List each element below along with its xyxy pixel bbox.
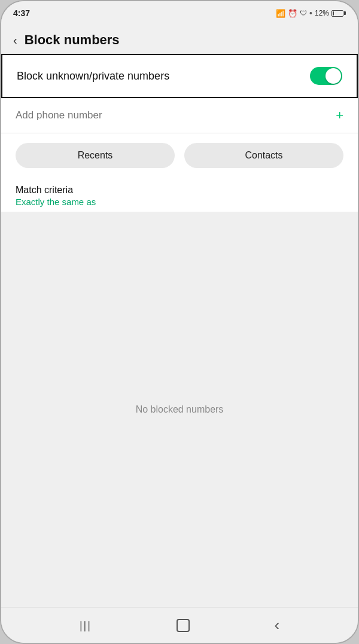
filter-buttons: Recents Contacts — [1, 133, 358, 178]
block-unknown-toggle[interactable] — [310, 67, 342, 85]
phone-number-input[interactable] — [16, 109, 336, 121]
status-icons: 📶 ⏰ 🛡 • 12% — [276, 8, 346, 18]
page-title: Block numbers — [25, 32, 120, 48]
battery-text: 12% — [315, 9, 329, 17]
block-unknown-section[interactable]: Block unknown/private numbers — [1, 54, 358, 98]
status-bar: 4:37 📶 ⏰ 🛡 • 12% — [1, 1, 358, 23]
recents-button[interactable]: Recents — [16, 143, 175, 168]
battery-icon — [331, 10, 346, 17]
home-nav-icon[interactable] — [177, 619, 190, 632]
alarm-icon: ⏰ — [288, 9, 297, 18]
toggle-knob — [325, 68, 341, 84]
back-button[interactable]: ‹ — [13, 33, 17, 47]
shield-icon: 🛡 — [300, 9, 307, 17]
main-content: + Recents Contacts Match criteria Exactl… — [1, 98, 358, 607]
back-nav-icon[interactable] — [274, 616, 279, 634]
bottom-nav — [1, 607, 358, 643]
match-criteria-title: Match criteria — [16, 185, 343, 196]
header: ‹ Block numbers — [1, 23, 358, 54]
wifi-icon: 📶 — [276, 9, 285, 18]
add-plus-button[interactable]: + — [336, 108, 343, 123]
add-phone-row: + — [1, 98, 358, 133]
empty-area: No blocked numbers — [1, 212, 358, 607]
status-time: 4:37 — [13, 8, 30, 18]
block-unknown-label: Block unknown/private numbers — [17, 70, 310, 83]
match-criteria-value: Exactly the same as — [16, 197, 343, 207]
contacts-button[interactable]: Contacts — [184, 143, 343, 168]
phone-frame: 4:37 📶 ⏰ 🛡 • 12% ‹ Block numbers Block u… — [0, 0, 359, 644]
no-blocked-message: No blocked numbers — [136, 404, 224, 415]
menu-nav-icon[interactable] — [80, 618, 92, 632]
dot-icon: • — [309, 8, 312, 18]
match-criteria-section[interactable]: Match criteria Exactly the same as — [1, 178, 358, 212]
